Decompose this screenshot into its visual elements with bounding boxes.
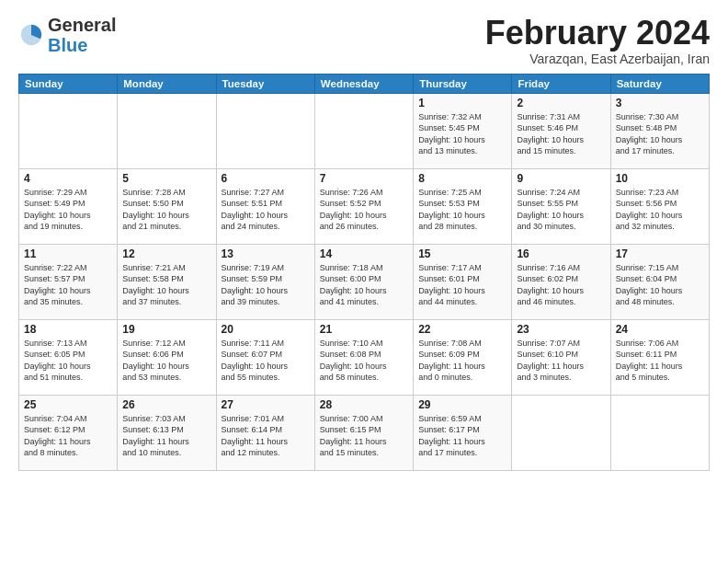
day-info: Sunrise: 7:00 AM Sunset: 6:15 PM Dayligh… <box>320 413 408 459</box>
day-info: Sunrise: 7:26 AM Sunset: 5:52 PM Dayligh… <box>320 187 408 233</box>
day-number: 17 <box>616 247 704 260</box>
day-info: Sunrise: 7:07 AM Sunset: 6:10 PM Dayligh… <box>517 338 605 384</box>
calendar-cell: 19Sunrise: 7:12 AM Sunset: 6:06 PM Dayli… <box>118 319 216 395</box>
calendar-cell <box>118 93 216 168</box>
logo: General Blue <box>18 15 116 55</box>
week-row-1: 1Sunrise: 7:32 AM Sunset: 5:45 PM Daylig… <box>19 93 710 168</box>
calendar-cell: 18Sunrise: 7:13 AM Sunset: 6:05 PM Dayli… <box>19 319 118 395</box>
day-info: Sunrise: 7:19 AM Sunset: 5:59 PM Dayligh… <box>222 262 310 308</box>
day-info: Sunrise: 7:21 AM Sunset: 5:58 PM Dayligh… <box>122 262 210 308</box>
day-number: 8 <box>418 172 506 185</box>
calendar-cell: 23Sunrise: 7:07 AM Sunset: 6:10 PM Dayli… <box>512 319 610 395</box>
page: General Blue February 2024 Varazqan, Eas… <box>0 0 728 563</box>
weekday-header-row: SundayMondayTuesdayWednesdayThursdayFrid… <box>19 74 710 93</box>
day-info: Sunrise: 7:04 AM Sunset: 6:12 PM Dayligh… <box>24 413 112 459</box>
day-number: 9 <box>517 172 605 185</box>
day-info: Sunrise: 7:32 AM Sunset: 5:45 PM Dayligh… <box>418 111 506 157</box>
day-number: 24 <box>616 323 704 336</box>
day-info: Sunrise: 7:24 AM Sunset: 5:55 PM Dayligh… <box>517 187 605 233</box>
calendar-cell: 3Sunrise: 7:30 AM Sunset: 5:48 PM Daylig… <box>610 93 709 168</box>
calendar-cell <box>512 395 610 470</box>
day-info: Sunrise: 7:30 AM Sunset: 5:48 PM Dayligh… <box>616 111 704 157</box>
weekday-header-wednesday: Wednesday <box>314 74 413 93</box>
day-number: 20 <box>222 323 310 336</box>
day-number: 5 <box>122 172 210 185</box>
calendar-cell: 13Sunrise: 7:19 AM Sunset: 5:59 PM Dayli… <box>216 244 314 319</box>
day-number: 4 <box>24 172 112 185</box>
day-info: Sunrise: 7:13 AM Sunset: 6:05 PM Dayligh… <box>24 338 112 384</box>
calendar-cell: 11Sunrise: 7:22 AM Sunset: 5:57 PM Dayli… <box>19 244 118 319</box>
day-info: Sunrise: 7:01 AM Sunset: 6:14 PM Dayligh… <box>222 413 310 459</box>
logo-blue: Blue <box>48 35 87 55</box>
calendar-cell: 25Sunrise: 7:04 AM Sunset: 6:12 PM Dayli… <box>19 395 118 470</box>
day-number: 7 <box>320 172 408 185</box>
day-number: 23 <box>517 323 605 336</box>
day-number: 18 <box>24 323 112 336</box>
logo-icon <box>18 22 44 48</box>
weekday-header-saturday: Saturday <box>610 74 709 93</box>
day-number: 10 <box>616 172 704 185</box>
day-info: Sunrise: 7:06 AM Sunset: 6:11 PM Dayligh… <box>616 338 704 384</box>
day-number: 22 <box>418 323 506 336</box>
calendar-cell <box>19 93 118 168</box>
calendar-cell: 1Sunrise: 7:32 AM Sunset: 5:45 PM Daylig… <box>414 93 512 168</box>
calendar-cell: 10Sunrise: 7:23 AM Sunset: 5:56 PM Dayli… <box>610 168 709 244</box>
calendar-cell: 5Sunrise: 7:28 AM Sunset: 5:50 PM Daylig… <box>118 168 216 244</box>
calendar-cell: 6Sunrise: 7:27 AM Sunset: 5:51 PM Daylig… <box>216 168 314 244</box>
day-number: 12 <box>122 247 210 260</box>
day-info: Sunrise: 7:22 AM Sunset: 5:57 PM Dayligh… <box>24 262 112 308</box>
day-info: Sunrise: 7:10 AM Sunset: 6:08 PM Dayligh… <box>320 338 408 384</box>
weekday-header-monday: Monday <box>118 74 216 93</box>
calendar-cell: 27Sunrise: 7:01 AM Sunset: 6:14 PM Dayli… <box>216 395 314 470</box>
day-number: 15 <box>418 247 506 260</box>
day-info: Sunrise: 7:16 AM Sunset: 6:02 PM Dayligh… <box>517 262 605 308</box>
calendar-cell: 26Sunrise: 7:03 AM Sunset: 6:13 PM Dayli… <box>118 395 216 470</box>
day-number: 3 <box>616 97 704 109</box>
weekday-header-sunday: Sunday <box>19 74 118 93</box>
calendar-cell <box>314 93 413 168</box>
calendar-cell: 24Sunrise: 7:06 AM Sunset: 6:11 PM Dayli… <box>610 319 709 395</box>
day-number: 26 <box>122 398 210 411</box>
day-number: 27 <box>222 398 310 411</box>
day-number: 11 <box>24 247 112 260</box>
day-number: 16 <box>517 247 605 260</box>
day-info: Sunrise: 6:59 AM Sunset: 6:17 PM Dayligh… <box>418 413 506 459</box>
calendar-cell: 14Sunrise: 7:18 AM Sunset: 6:00 PM Dayli… <box>314 244 413 319</box>
calendar-cell: 16Sunrise: 7:16 AM Sunset: 6:02 PM Dayli… <box>512 244 610 319</box>
day-info: Sunrise: 7:11 AM Sunset: 6:07 PM Dayligh… <box>222 338 310 384</box>
week-row-5: 25Sunrise: 7:04 AM Sunset: 6:12 PM Dayli… <box>19 395 710 470</box>
day-info: Sunrise: 7:18 AM Sunset: 6:00 PM Dayligh… <box>320 262 408 308</box>
calendar-title: February 2024 <box>485 15 710 52</box>
calendar-cell: 15Sunrise: 7:17 AM Sunset: 6:01 PM Dayli… <box>414 244 512 319</box>
title-block: February 2024 Varazqan, East Azerbaijan,… <box>485 15 710 66</box>
calendar-cell: 29Sunrise: 6:59 AM Sunset: 6:17 PM Dayli… <box>414 395 512 470</box>
calendar-cell: 17Sunrise: 7:15 AM Sunset: 6:04 PM Dayli… <box>610 244 709 319</box>
day-info: Sunrise: 7:17 AM Sunset: 6:01 PM Dayligh… <box>418 262 506 308</box>
day-number: 21 <box>320 323 408 336</box>
calendar-cell: 8Sunrise: 7:25 AM Sunset: 5:53 PM Daylig… <box>414 168 512 244</box>
calendar-cell: 20Sunrise: 7:11 AM Sunset: 6:07 PM Dayli… <box>216 319 314 395</box>
day-number: 29 <box>418 398 506 411</box>
day-number: 14 <box>320 247 408 260</box>
logo-general: General <box>48 15 116 35</box>
weekday-header-friday: Friday <box>512 74 610 93</box>
weekday-header-thursday: Thursday <box>414 74 512 93</box>
week-row-2: 4Sunrise: 7:29 AM Sunset: 5:49 PM Daylig… <box>19 168 710 244</box>
day-info: Sunrise: 7:28 AM Sunset: 5:50 PM Dayligh… <box>122 187 210 233</box>
week-row-3: 11Sunrise: 7:22 AM Sunset: 5:57 PM Dayli… <box>19 244 710 319</box>
calendar-cell: 2Sunrise: 7:31 AM Sunset: 5:46 PM Daylig… <box>512 93 610 168</box>
weekday-header-tuesday: Tuesday <box>216 74 314 93</box>
day-info: Sunrise: 7:29 AM Sunset: 5:49 PM Dayligh… <box>24 187 112 233</box>
calendar-cell: 22Sunrise: 7:08 AM Sunset: 6:09 PM Dayli… <box>414 319 512 395</box>
day-info: Sunrise: 7:03 AM Sunset: 6:13 PM Dayligh… <box>122 413 210 459</box>
calendar-cell: 28Sunrise: 7:00 AM Sunset: 6:15 PM Dayli… <box>314 395 413 470</box>
calendar-cell <box>216 93 314 168</box>
calendar-cell: 9Sunrise: 7:24 AM Sunset: 5:55 PM Daylig… <box>512 168 610 244</box>
day-number: 13 <box>222 247 310 260</box>
day-number: 25 <box>24 398 112 411</box>
day-number: 1 <box>418 97 506 109</box>
day-info: Sunrise: 7:12 AM Sunset: 6:06 PM Dayligh… <box>122 338 210 384</box>
header: General Blue February 2024 Varazqan, Eas… <box>18 15 710 66</box>
calendar-cell <box>610 395 709 470</box>
day-info: Sunrise: 7:08 AM Sunset: 6:09 PM Dayligh… <box>418 338 506 384</box>
